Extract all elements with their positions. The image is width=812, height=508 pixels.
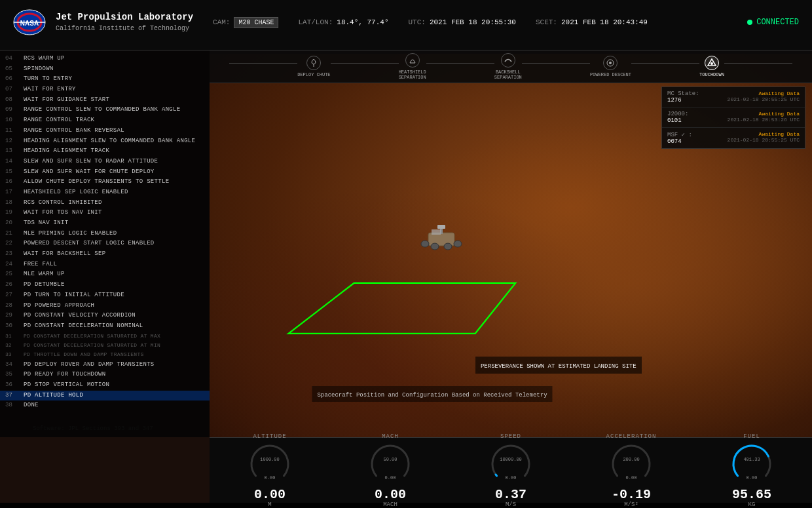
gauge-arc-fuel: 401.33 0.00 [729, 441, 775, 487]
svg-text:NASA: NASA [20, 20, 39, 27]
seq-item-30[interactable]: 30PD CONSTANT DECELERATION NOMINAL [0, 321, 210, 332]
seq-item-09[interactable]: 09RANGE CONTROL SLEW TO COMMANDED BANK A… [0, 105, 210, 115]
mc-state-row: MC State: 1276 Awaiting Data 2021-02-18 … [662, 87, 805, 107]
svg-text:50.00: 50.00 [383, 457, 397, 462]
header-info: CAM: M20 CHASE LAT/LON: 18.4°, 77.4° UTC… [213, 17, 799, 28]
seq-item-04[interactable]: 04RCS WARM UP [0, 54, 210, 64]
seq-item-07[interactable]: 07WAIT FOR ENTRY [0, 85, 210, 95]
gauge-arc-altitude: 1000.00 0.00 [247, 441, 293, 487]
svg-text:0.00: 0.00 [506, 475, 517, 480]
flight-sequence-panel[interactable]: 04RCS WARM UP05SPINDOWN06TURN TO ENTRY07… [0, 50, 210, 437]
svg-text:0.00: 0.00 [626, 475, 637, 480]
timeline-powered-descent: POWERED DESCENT [590, 56, 631, 77]
seq-item-34[interactable]: 34PD DEPLOY ROVER AND DAMP TRANSIENTS [0, 360, 210, 370]
gauge-fuel: FUEL 401.33 0.00 95.65 KG [705, 433, 800, 508]
svg-point-6 [609, 62, 612, 64]
seq-item-18[interactable]: 18RCS CONTROL INHIBITED [0, 198, 210, 208]
seq-item-26[interactable]: 26PD DETUMBLE [0, 280, 210, 290]
gauge-mach: MACH 50.00 0.00 0.00 MACH [343, 433, 438, 508]
timeline-heatshield: HEATSHIELDSEPARATION [399, 53, 426, 81]
gauge-value-speed: 0.37 [495, 488, 526, 501]
seq-item-24[interactable]: 24FREE FALL [0, 260, 210, 270]
seq-item-31[interactable]: 31PD CONSTANT DECELERATION SATURATED AT … [0, 332, 210, 341]
timeline-line-4 [522, 63, 590, 64]
timeline-line-6 [724, 63, 792, 64]
main-wrapper: NASA Jet Propulsion Laboratory Californi… [0, 0, 812, 503]
seq-item-08[interactable]: 08WAIT FOR GUIDANCE START [0, 95, 210, 106]
gauge-arc-mach: 50.00 0.00 [367, 441, 413, 487]
timeline-line-2 [331, 63, 399, 64]
mc-state-panel: MC State: 1276 Awaiting Data 2021-02-18 … [661, 87, 805, 149]
svg-text:200.00: 200.00 [623, 457, 639, 462]
seq-item-29[interactable]: 29PD CONSTANT VELOCITY ACCORDION [0, 311, 210, 321]
seq-item-33[interactable]: 33PD THROTTLE DOWN AND DAMP TRANSIENTS [0, 350, 210, 359]
rover-display-area: PERSEVERANCE SHOWN AT ESTIMATED LANDING … [210, 83, 655, 437]
cam-block: CAM: M20 CHASE [213, 17, 278, 28]
svg-text:0.00: 0.00 [385, 475, 396, 480]
seq-item-35[interactable]: 35PD READY FOR TOUCHDOWN [0, 370, 210, 380]
seq-item-19[interactable]: 19WAIT FOR TDS NAV INIT [0, 208, 210, 218]
svg-marker-9 [288, 283, 515, 334]
seq-item-22[interactable]: 22POWERED DESCENT START LOGIC ENABLED [0, 239, 210, 249]
svg-point-14 [454, 241, 462, 247]
seq-item-05[interactable]: 05SPINDOWN [0, 64, 210, 75]
connected-dot [747, 20, 752, 25]
seq-item-27[interactable]: 27PD TURN TO INITIAL ATTITUDE [0, 290, 210, 301]
gauge-unit-acceleration: M/S² [624, 501, 638, 508]
gauge-title-altitude: ALTITUDE [253, 433, 286, 440]
svg-rect-17 [432, 229, 441, 235]
bottom-gauges-panel: ALTITUDE 1000.00 0.00 0.00 M MACH 50.00 … [210, 437, 812, 503]
svg-text:10000.00: 10000.00 [500, 457, 522, 462]
gauge-title-speed: SPEED [500, 433, 521, 440]
seq-item-36[interactable]: 36PD STOP VERTICAL MOTION [0, 380, 210, 391]
scet-item: SCET: 2021 FEB 18 20:43:49 [536, 18, 648, 26]
seq-item-21[interactable]: 21MLE PRIMING LOGIC ENABLED [0, 229, 210, 239]
powered-descent-icon [603, 56, 618, 70]
connected-label: CONNECTED [756, 18, 799, 27]
gauge-unit-mach: MACH [383, 501, 397, 508]
nasa-logo: NASA [13, 9, 46, 35]
seq-item-11[interactable]: 11RANGE CONTROL BANK REVERSAL [0, 126, 210, 136]
rover-silhouette [415, 223, 468, 262]
seq-item-06[interactable]: 06TURN TO ENTRY [0, 74, 210, 85]
gauge-arc-acceleration: 200.00 0.00 [608, 441, 654, 487]
seq-item-17[interactable]: 17HEATSHIELD SEP LOGIC ENABLED [0, 187, 210, 198]
timeline-backshell: BACKSHELLSEPARATION [494, 53, 522, 81]
svg-point-13 [444, 243, 452, 250]
jpl-title: Jet Propulsion Laboratory California Ins… [56, 11, 193, 33]
seq-item-25[interactable]: 25MLE WARM UP [0, 269, 210, 280]
connected-status: CONNECTED [747, 18, 799, 27]
svg-text:0.00: 0.00 [265, 475, 276, 480]
gauge-unit-speed: M/S [506, 501, 516, 508]
seq-item-20[interactable]: 20TDS NAV INIT [0, 218, 210, 229]
utc-item: UTC: 2021 FEB 18 20:55:30 [409, 18, 516, 26]
seq-item-28[interactable]: 28PD POWERED APPROACH [0, 301, 210, 311]
svg-text:1000.00: 1000.00 [260, 457, 279, 462]
seq-item-14[interactable]: 14SLEW AND SUFR SLEW TO RADAR ATTITUDE [0, 157, 210, 167]
backshell-icon [501, 53, 515, 68]
seq-item-10[interactable]: 10RANGE CONTROL TRACK [0, 115, 210, 126]
svg-rect-16 [437, 225, 445, 229]
svg-point-12 [431, 243, 439, 250]
heatshield-icon [405, 53, 420, 68]
seq-item-32[interactable]: 32PD CONSTANT DECELERATION SATURATED AT … [0, 341, 210, 350]
gauge-acceleration: ACCELERATION 200.00 0.00 -0.19 M/S² [584, 433, 679, 508]
svg-point-8 [710, 62, 713, 65]
seq-item-38[interactable]: 38DONE [0, 401, 210, 411]
seq-item-13[interactable]: 13HEADING ALIGNMENT TRACK [0, 146, 210, 157]
seq-item-23[interactable]: 23WAIT FOR BACKSHELL SEP [0, 249, 210, 260]
deploy-chute-icon [306, 56, 321, 70]
seq-item-37[interactable]: 37PD ALTITUDE HOLD [0, 391, 210, 401]
seq-item-15[interactable]: 15SLEW AND SUFR WAIT FOR CHUTE DEPLOY [0, 167, 210, 178]
timeline-line-1 [229, 63, 297, 64]
svg-text:0.00: 0.00 [747, 475, 758, 480]
seq-item-12[interactable]: 12HEADING ALIGNMENT SLEW TO COMMANDED BA… [0, 136, 210, 147]
latlon-item: LAT/LON: 18.4°, 77.4° [298, 18, 388, 26]
timeline-line-5 [631, 63, 699, 64]
header-bar: NASA Jet Propulsion Laboratory Californi… [0, 0, 812, 50]
gauge-title-mach: MACH [382, 433, 399, 440]
gauge-arc-speed: 10000.00 0.00 [488, 441, 534, 487]
seq-item-16[interactable]: 16ALLOW CHUTE DEPLOY TRANSIENTS TO SETTL… [0, 177, 210, 187]
timeline-deploy-chute: DEPLOY CHUTE [297, 56, 330, 77]
gauge-unit-fuel: KG [748, 501, 756, 508]
